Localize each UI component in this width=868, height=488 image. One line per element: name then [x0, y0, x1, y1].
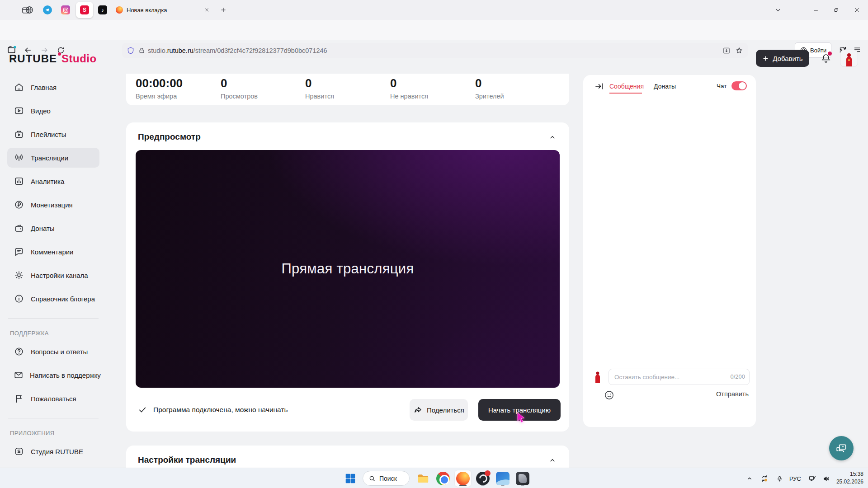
sidebar-item-broadcasts[interactable]: Трансляции: [7, 148, 99, 168]
tray-network-icon[interactable]: [806, 472, 818, 485]
stream-preview-screen: Прямая трансляция: [136, 150, 560, 388]
sidebar-item-label: Справочник блогера: [31, 295, 95, 303]
notifications-bell-icon[interactable]: [818, 51, 834, 66]
screen: S ♪ Новая вкладка: [0, 0, 868, 488]
url-bar[interactable]: studio.rutube.ru/stream/0d3f2cf4c72f9281…: [122, 43, 748, 58]
browser-tab-bar: S ♪ Новая вкладка: [0, 0, 868, 20]
sidebar-item-label: Вопросы и ответы: [31, 348, 88, 356]
file-explorer-icon[interactable]: [415, 470, 431, 487]
collapse-panel-icon[interactable]: [593, 80, 605, 92]
connection-status: Программа подключена, можно начинать: [138, 399, 288, 421]
check-icon: [138, 405, 147, 414]
tray-language-indicator[interactable]: РУС: [788, 472, 803, 485]
chrome-icon[interactable]: [435, 470, 451, 487]
sidebar-item-label: Комментарии: [31, 248, 73, 256]
game-app-icon[interactable]: [514, 470, 531, 487]
sidebar-item-comments[interactable]: Комментарии: [7, 242, 99, 262]
tiktok-icon: ♪: [98, 5, 107, 14]
pinned-tab-globe[interactable]: [22, 2, 37, 18]
pinned-tab-instagram[interactable]: [58, 2, 73, 18]
pinned-tab-rutube[interactable]: S: [77, 2, 92, 18]
sidebar-item-label: Плейлисты: [31, 131, 66, 138]
tray-microphone-icon[interactable]: [774, 472, 785, 485]
sidebar-item-home[interactable]: Главная: [7, 77, 99, 97]
sidebar-item-label: Видео: [31, 107, 51, 115]
preview-title: Предпросмотр: [138, 132, 201, 142]
save-page-icon[interactable]: [722, 47, 731, 55]
firefox-taskbar-icon[interactable]: [455, 470, 471, 487]
tracking-shield-icon[interactable]: [127, 47, 135, 55]
chat-toggle-label: Чат: [717, 83, 726, 89]
sidebar-item-label: Пожаловаться: [31, 395, 76, 403]
send-message-button[interactable]: Отправить: [716, 390, 749, 398]
clock-date: 25.02.2026: [836, 478, 863, 486]
donates-icon: [14, 223, 24, 234]
tray-chevron-up-icon[interactable]: [744, 472, 755, 485]
feedback-fab-button[interactable]: [829, 436, 854, 460]
sidebar-item-label: Донаты: [31, 225, 55, 232]
taskbar: Поиск РУС: [0, 468, 868, 488]
stat-label: Зрителей: [475, 93, 504, 100]
stat-value: 00:00:00: [136, 76, 183, 90]
lock-icon[interactable]: [138, 47, 145, 54]
sidebar-item-blogger-guide[interactable]: Справочник блогера: [7, 289, 99, 309]
monetization-icon: [14, 199, 24, 210]
info-icon: [14, 293, 24, 304]
tray-volume-icon[interactable]: [820, 472, 833, 485]
notification-badge: [828, 52, 832, 56]
telegram-icon: [43, 5, 52, 14]
sidebar-item-studio-app[interactable]: Студия RUTUBE: [7, 441, 99, 461]
sidebar-item-analytics[interactable]: Аналитика: [7, 171, 99, 191]
chat-user-avatar: [593, 371, 604, 384]
sidebar-item-monetization[interactable]: Монетизация: [7, 195, 99, 215]
pinned-tab-tiktok[interactable]: ♪: [95, 2, 110, 18]
new-tab-button[interactable]: [218, 5, 229, 15]
movies-app-icon[interactable]: [495, 470, 511, 487]
sidebar-item-channel-settings[interactable]: Настройки канала: [7, 265, 99, 285]
sidebar-item-report[interactable]: Пожаловаться: [7, 389, 99, 408]
question-icon: [14, 346, 24, 357]
mouse-cursor: [517, 412, 527, 424]
add-button[interactable]: Добавить: [756, 50, 809, 67]
window-minimize-button[interactable]: [805, 0, 826, 20]
browser-tab[interactable]: Новая вкладка: [112, 3, 215, 17]
sidebar-item-label: Трансляции: [31, 154, 68, 162]
sidebar-item-donates[interactable]: Донаты: [7, 218, 99, 238]
tray-clock[interactable]: 15:38 25.02.2026: [836, 470, 863, 486]
browser-nav-bar: studio.rutube.ru/stream/0d3f2cf4c72f9281…: [0, 20, 868, 40]
sidebar-item-video[interactable]: Видео: [7, 101, 99, 121]
collapse-chevron-icon[interactable]: [547, 131, 558, 143]
tab-close-icon[interactable]: [202, 5, 212, 15]
pinned-tab-telegram[interactable]: [40, 2, 55, 18]
active-tab-underline: [609, 93, 642, 94]
taskbar-search[interactable]: Поиск: [363, 471, 410, 486]
tab-donates[interactable]: Донаты: [654, 83, 676, 90]
sidebar-item-playlists[interactable]: Плейлисты: [7, 124, 99, 144]
window-close-button[interactable]: [847, 0, 868, 20]
window-restore-button[interactable]: [826, 0, 847, 20]
tab-messages[interactable]: Сообщения: [609, 83, 644, 90]
start-button[interactable]: [342, 470, 359, 487]
preview-placeholder-text: Прямая трансляция: [281, 261, 414, 277]
status-text: Программа подключена, можно начинать: [153, 406, 288, 414]
user-avatar[interactable]: [840, 50, 858, 67]
tray-sync-icon[interactable]: [759, 472, 770, 485]
playlists-icon: [14, 129, 24, 140]
firefox-favicon: [116, 6, 123, 14]
clock-time: 15:38: [836, 470, 863, 478]
share-button[interactable]: Поделиться: [410, 399, 468, 421]
collapse-chevron-icon[interactable]: [547, 455, 558, 466]
obs-icon[interactable]: [475, 470, 491, 487]
obs-notification-badge: [485, 470, 491, 476]
tab-list-dropdown-icon[interactable]: [768, 0, 788, 20]
chat-message-input[interactable]: [609, 369, 750, 385]
mail-icon: [14, 370, 24, 380]
emoji-smiley-icon[interactable]: [603, 389, 615, 401]
sidebar-support-header: ПОДДЕРЖКА: [10, 330, 49, 337]
chat-toggle-switch[interactable]: [731, 81, 747, 90]
rutube-studio-logo[interactable]: RUTUBE Studio: [9, 52, 97, 65]
sidebar-item-write-support[interactable]: Написать в поддержку: [7, 365, 99, 385]
sidebar-item-faq[interactable]: Вопросы и ответы: [7, 342, 99, 361]
char-counter: 0/200: [730, 373, 745, 380]
bookmark-star-icon[interactable]: [735, 47, 743, 55]
